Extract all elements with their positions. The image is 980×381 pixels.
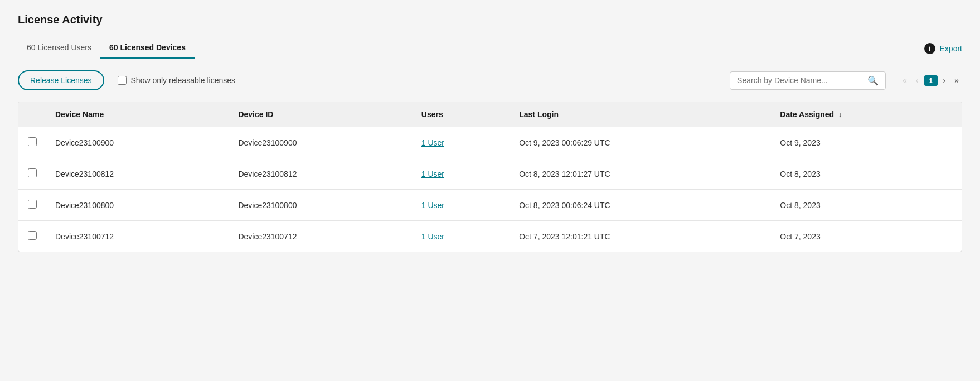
row-device-id-1: Device23100812 [229, 158, 412, 190]
row-checkbox-cell-0 [18, 127, 46, 158]
current-page: 1 [924, 75, 938, 86]
row-users-0: 1 User [413, 127, 510, 158]
row-device-id-3: Device23100712 [229, 221, 412, 252]
info-icon[interactable]: i [924, 43, 935, 54]
row-last-login-2: Oct 8, 2023 00:06:24 UTC [510, 190, 771, 221]
table-row: Device23100900 Device23100900 1 User Oct… [18, 127, 962, 158]
row-users-2: 1 User [413, 190, 510, 221]
row-checkbox-1[interactable] [28, 168, 37, 177]
table-row: Device23100812 Device23100812 1 User Oct… [18, 158, 962, 190]
table-container: Device Name Device ID Users Last Login D… [18, 102, 962, 252]
pagination: « ‹ 1 › » [899, 74, 962, 87]
header-checkbox-col [18, 102, 46, 127]
table-row: Device23100712 Device23100712 1 User Oct… [18, 221, 962, 252]
row-date-assigned-2: Oct 8, 2023 [771, 190, 962, 221]
row-checkbox-cell-2 [18, 190, 46, 221]
tab-licensed-users[interactable]: 60 Licensed Users [18, 37, 100, 59]
header-last-login: Last Login [510, 102, 771, 127]
user-link-3[interactable]: 1 User [421, 232, 444, 241]
next-page-button[interactable]: › [940, 74, 949, 87]
header-users: Users [413, 102, 510, 127]
table-row: Device23100800 Device23100800 1 User Oct… [18, 190, 962, 221]
prev-page-button[interactable]: ‹ [913, 74, 922, 87]
row-date-assigned-0: Oct 9, 2023 [771, 127, 962, 158]
tabs-right: i Export [924, 43, 962, 59]
devices-table: Device Name Device ID Users Last Login D… [18, 102, 962, 252]
row-checkbox-0[interactable] [28, 137, 37, 146]
row-last-login-0: Oct 9, 2023 00:06:29 UTC [510, 127, 771, 158]
tab-licensed-devices[interactable]: 60 Licensed Devices [100, 37, 195, 59]
page-container: License Activity 60 Licensed Users 60 Li… [0, 0, 980, 381]
row-users-3: 1 User [413, 221, 510, 252]
user-link-1[interactable]: 1 User [421, 170, 444, 179]
row-last-login-3: Oct 7, 2023 12:01:21 UTC [510, 221, 771, 252]
row-checkbox-3[interactable] [28, 231, 37, 240]
row-device-name-1: Device23100812 [46, 158, 229, 190]
release-licenses-button[interactable]: Release Licenses [18, 70, 104, 90]
header-date-assigned[interactable]: Date Assigned ↓ [771, 102, 962, 127]
search-icon: 🔍 [867, 75, 879, 86]
first-page-button[interactable]: « [899, 74, 910, 87]
tabs-left: 60 Licensed Users 60 Licensed Devices [18, 37, 195, 59]
row-device-id-0: Device23100900 [229, 127, 412, 158]
row-device-name-3: Device23100712 [46, 221, 229, 252]
row-date-assigned-3: Oct 7, 2023 [771, 221, 962, 252]
row-checkbox-2[interactable] [28, 200, 37, 209]
row-device-name-2: Device23100800 [46, 190, 229, 221]
header-device-name: Device Name [46, 102, 229, 127]
toolbar: Release Licenses Show only releasable li… [18, 70, 962, 90]
search-box: 🔍 [730, 71, 886, 90]
row-date-assigned-1: Oct 8, 2023 [771, 158, 962, 190]
header-device-id: Device ID [229, 102, 412, 127]
user-link-2[interactable]: 1 User [421, 201, 444, 210]
row-last-login-1: Oct 8, 2023 12:01:27 UTC [510, 158, 771, 190]
user-link-0[interactable]: 1 User [421, 138, 444, 147]
table-header-row: Device Name Device ID Users Last Login D… [18, 102, 962, 127]
row-device-id-2: Device23100800 [229, 190, 412, 221]
search-input[interactable] [737, 76, 863, 85]
row-device-name-0: Device23100900 [46, 127, 229, 158]
show-releasable-checkbox[interactable] [118, 76, 127, 85]
tabs-row: 60 Licensed Users 60 Licensed Devices i … [18, 37, 962, 59]
row-checkbox-cell-3 [18, 221, 46, 252]
sort-arrow-date-assigned: ↓ [838, 111, 842, 119]
row-checkbox-cell-1 [18, 158, 46, 190]
export-link[interactable]: Export [940, 44, 962, 53]
page-title: License Activity [18, 13, 962, 26]
show-releasable-label[interactable]: Show only releasable licenses [118, 76, 236, 85]
row-users-1: 1 User [413, 158, 510, 190]
last-page-button[interactable]: » [951, 74, 962, 87]
